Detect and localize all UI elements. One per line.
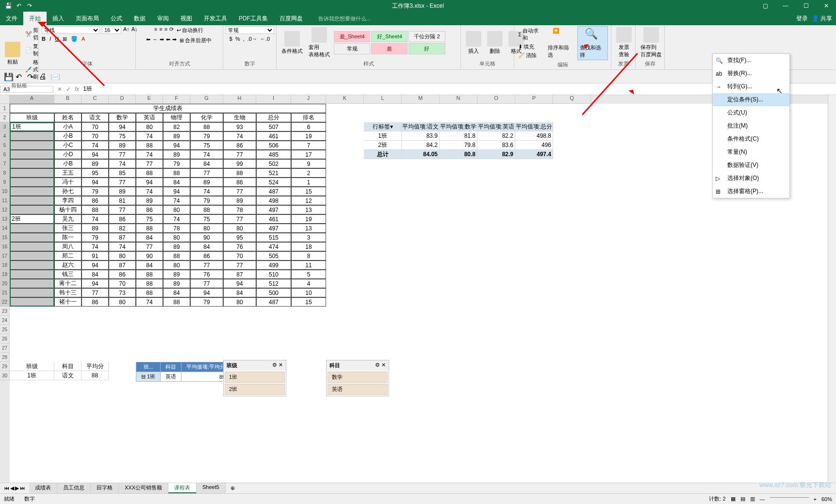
cell[interactable]: 平均值项:总分 — [515, 122, 553, 131]
border-button[interactable]: ⊞ — [63, 36, 67, 42]
cell[interactable]: 74 — [223, 131, 256, 141]
cell[interactable]: 506 — [256, 141, 291, 150]
cell[interactable]: 79.8 — [440, 141, 477, 150]
cell[interactable]: 87 — [109, 233, 136, 242]
cell[interactable]: 2班 — [364, 141, 402, 150]
ribbon-tab-页面布局[interactable]: 页面布局 — [70, 12, 105, 25]
cell[interactable]: 505 — [256, 251, 291, 260]
cell[interactable]: 79 — [163, 159, 190, 168]
row-header[interactable]: 26 — [0, 334, 10, 343]
row-header[interactable]: 9 — [0, 178, 10, 187]
cell[interactable]: 79 — [82, 187, 109, 196]
cell[interactable] — [10, 205, 54, 214]
row-header[interactable]: 23 — [0, 307, 10, 316]
cell[interactable]: 80 — [163, 260, 190, 270]
prev-sheet-icon[interactable]: ◀ — [10, 485, 14, 491]
comma-icon[interactable]: , — [243, 36, 245, 42]
cell[interactable]: 461 — [256, 131, 291, 141]
cell[interactable]: 84 — [163, 178, 190, 187]
zoom-level[interactable]: 60% — [821, 496, 832, 502]
cell[interactable]: 74 — [163, 214, 190, 224]
cell[interactable]: 80.8 — [440, 150, 477, 159]
cell[interactable]: 90 — [136, 251, 163, 260]
cell[interactable]: 10 — [291, 288, 326, 297]
cell[interactable]: 74 — [190, 150, 223, 159]
cell[interactable]: 86 — [109, 270, 136, 279]
cell[interactable]: 89 — [163, 270, 190, 279]
cell[interactable] — [10, 168, 54, 178]
cell[interactable]: 521 — [256, 168, 291, 178]
cell[interactable] — [10, 187, 54, 196]
cell[interactable]: 1 — [291, 178, 326, 187]
cell[interactable]: 80 — [109, 297, 136, 307]
cell[interactable]: 周八 — [54, 242, 82, 251]
cell[interactable]: 80 — [190, 224, 223, 233]
cell[interactable]: 12 — [291, 196, 326, 205]
ribbon-tab-公式[interactable]: 公式 — [105, 12, 128, 25]
copy-button[interactable]: 📄复制 — [24, 42, 39, 58]
cell[interactable]: 86 — [223, 141, 256, 150]
row-header[interactable]: 24 — [0, 316, 10, 325]
cell[interactable]: 86 — [136, 205, 163, 214]
cell-style-normal[interactable]: 常规 — [334, 43, 370, 54]
cell[interactable]: 75 — [136, 214, 163, 224]
row-header[interactable]: 1 — [0, 104, 10, 113]
cell[interactable]: 77 — [190, 279, 223, 288]
cell[interactable]: 80 — [163, 233, 190, 242]
sheet-tab[interactable]: 课程表 — [168, 483, 197, 493]
cell[interactable]: 15 — [291, 187, 326, 196]
row-header[interactable]: 7 — [0, 159, 10, 168]
cell[interactable]: 94 — [190, 288, 223, 297]
cell[interactable]: 79 — [82, 233, 109, 242]
cell[interactable]: 95 — [223, 233, 256, 242]
indent-increase-icon[interactable]: ➡ — [172, 36, 177, 45]
col-header[interactable]: J — [291, 95, 326, 104]
cell[interactable]: 姓名 — [54, 113, 82, 122]
fx-icon[interactable]: fx — [75, 86, 79, 93]
underline-button[interactable]: U — [55, 36, 59, 42]
cell[interactable]: 平均分 — [82, 362, 109, 371]
cell[interactable]: 84 — [136, 260, 163, 270]
cell[interactable]: 86 — [223, 178, 256, 187]
cell[interactable]: 4 — [291, 279, 326, 288]
wrap-text-button[interactable]: ↩自动换行 — [176, 26, 204, 34]
cell[interactable]: 褚十一 — [54, 297, 82, 307]
col-header[interactable]: P — [515, 95, 553, 104]
cell[interactable]: 77 — [223, 214, 256, 224]
cell[interactable]: 77 — [190, 168, 223, 178]
align-top-icon[interactable]: ≡ — [154, 26, 157, 34]
cell[interactable]: 语文 — [54, 371, 82, 380]
cell[interactable]: 79 — [190, 131, 223, 141]
ribbon-tab-审阅[interactable]: 审阅 — [151, 12, 175, 25]
invoice-verify-button[interactable]: 发票 查验 — [614, 26, 634, 59]
italic-button[interactable]: I — [49, 36, 51, 42]
cell[interactable]: 7 — [291, 141, 326, 150]
last-sheet-icon[interactable]: ⏭ — [20, 485, 25, 491]
cell[interactable]: 94 — [136, 178, 163, 187]
cell[interactable]: 小B — [54, 131, 82, 141]
col-header[interactable]: K — [326, 95, 364, 104]
cell[interactable]: 82.2 — [477, 131, 515, 141]
find-menu-item[interactable]: ▷选择对象(O) — [713, 172, 789, 185]
cell[interactable]: 88 — [82, 205, 109, 214]
cell[interactable]: 科目 — [54, 362, 82, 371]
cell[interactable]: 88 — [136, 224, 163, 233]
cell-style-bad[interactable]: 差_Sheet4 — [334, 31, 370, 42]
cell[interactable]: 88 — [136, 168, 163, 178]
cell[interactable]: 95 — [82, 168, 109, 178]
row-header[interactable]: 6 — [0, 150, 10, 159]
mini-pivot-table[interactable]: 班...科目平均值项:平均分⊟ 1班英语89 — [136, 362, 230, 382]
row-header[interactable]: 29 — [0, 362, 10, 371]
font-size-select[interactable]: 16 — [102, 26, 121, 34]
cell[interactable]: 88 — [82, 371, 109, 380]
cell[interactable]: 91 — [82, 251, 109, 260]
cell[interactable]: 497 — [256, 224, 291, 233]
cell[interactable]: 75 — [190, 141, 223, 150]
cell[interactable]: 89 — [163, 131, 190, 141]
redo-icon[interactable]: ↷ — [25, 1, 34, 10]
cell[interactable]: 88 — [223, 168, 256, 178]
cell[interactable]: 75 — [109, 131, 136, 141]
cell[interactable]: 93 — [223, 122, 256, 131]
align-middle-icon[interactable]: ≡ — [159, 26, 162, 34]
cell[interactable]: 77 — [223, 260, 256, 270]
